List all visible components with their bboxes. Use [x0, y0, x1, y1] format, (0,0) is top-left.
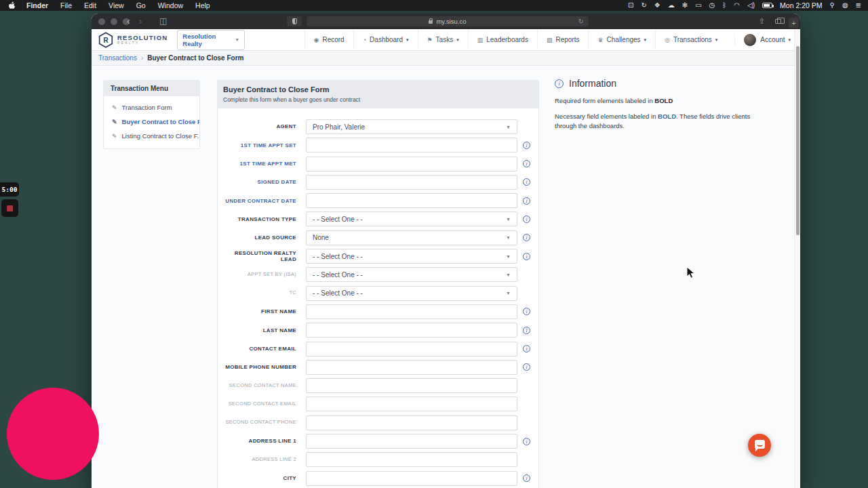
transaction-type-select[interactable]: - - Select One - -▼ — [306, 211, 517, 226]
nav-item-dashboard[interactable]: ◔Dashboard▾ — [353, 29, 418, 51]
address-line-2-input[interactable] — [306, 452, 517, 467]
info-panel-line1: Required form elements labeled in BOLD — [555, 96, 758, 106]
info-icon[interactable]: i — [523, 234, 530, 241]
transaction-menu-item[interactable]: ✎Buyer Contract to Close F... — [104, 115, 199, 129]
menu-bar-clock[interactable]: Mon 2:20 PM — [780, 1, 822, 9]
last-name-input[interactable] — [306, 323, 517, 338]
account-menu[interactable]: Account ▾ — [734, 34, 800, 46]
transaction-menu-item[interactable]: ✎Listing Contract to Close F... — [104, 129, 199, 143]
update-icon[interactable]: ↻ — [641, 0, 646, 11]
menu-bar-item-finder[interactable]: Finder — [20, 1, 54, 9]
second-contact-email-input[interactable] — [306, 396, 517, 411]
first-time-appt-set-input[interactable] — [306, 138, 517, 152]
back-button[interactable]: ‹ — [127, 14, 130, 29]
nav-item-leaderboards[interactable]: ▥Leaderboards — [468, 29, 537, 51]
address-bar[interactable]: my.sisu.co ↻ — [307, 16, 589, 26]
close-window-button[interactable] — [98, 18, 105, 25]
info-icon[interactable]: i — [523, 308, 530, 315]
settings-icon[interactable]: ✻ — [682, 0, 688, 11]
lead-source-select[interactable]: None▼ — [306, 230, 517, 245]
sidebar-toggle-icon[interactable]: ◫ — [159, 16, 167, 26]
info-icon[interactable]: i — [523, 253, 530, 260]
mobile-phone-number-input[interactable] — [306, 360, 517, 375]
wifi-icon[interactable]: ◠ — [734, 0, 740, 11]
nav-label: Dashboard — [370, 36, 403, 43]
info-icon[interactable]: i — [523, 327, 530, 334]
info-icon[interactable]: i — [523, 178, 530, 186]
team-selector[interactable]: Resolution Realty ▼ — [177, 30, 245, 50]
bold-dark-text: BOLD — [654, 97, 673, 104]
info-icon[interactable]: i — [523, 216, 530, 223]
share-icon[interactable]: ⇧ — [759, 17, 765, 26]
screen-mirroring-icon[interactable]: ⊡ — [628, 0, 633, 11]
nav-item-transactions[interactable]: ◎Transactions▾ — [655, 29, 726, 51]
forward-button[interactable]: › — [139, 14, 142, 29]
info-icon[interactable]: i — [523, 474, 530, 482]
info-icon[interactable]: i — [523, 197, 530, 205]
field-label-lead-source: LEAD SOURCE — [220, 235, 306, 241]
field-label-address-line-2: ADDRESS LINE 2 — [220, 457, 306, 463]
time-machine-icon[interactable]: ◷ — [709, 0, 715, 11]
agent-select[interactable]: Pro Phair, Valerie▼ — [306, 119, 517, 134]
info-icon[interactable]: i — [523, 345, 530, 352]
menu-bar-item-edit[interactable]: Edit — [78, 1, 102, 9]
information-panel: i Information Required form elements lab… — [555, 78, 758, 131]
under-contract-date-input[interactable] — [306, 193, 517, 208]
first-time-appt-met-input[interactable] — [306, 157, 517, 171]
nav-item-reports[interactable]: ▧Reports — [537, 29, 589, 51]
resolution-realty-logo[interactable]: R RESOLUTION REALTY — [98, 32, 167, 48]
info-panel-title: Information — [569, 78, 616, 89]
chat-launcher-button[interactable] — [748, 434, 771, 457]
reload-icon[interactable]: ↻ — [578, 16, 584, 26]
form-subtitle: Complete this form when a buyer goes und… — [223, 96, 533, 103]
spotlight-icon[interactable]: ⚲ — [830, 0, 835, 11]
menu-bar-item-window[interactable]: Window — [152, 1, 189, 9]
privacy-report-button[interactable] — [287, 16, 302, 26]
battery-charging-icon[interactable] — [762, 3, 772, 8]
minimize-window-button[interactable] — [111, 18, 117, 25]
tab-overview-icon[interactable] — [775, 19, 781, 24]
nav-item-challenges[interactable]: ♛Challenges▾ — [588, 29, 655, 51]
cloud-icon[interactable]: ☁ — [668, 0, 675, 11]
nav-item-record[interactable]: ◉Record — [304, 29, 353, 51]
city-input[interactable] — [306, 471, 517, 486]
dropbox-icon[interactable]: ❖ — [654, 0, 660, 11]
info-icon[interactable]: i — [523, 438, 530, 445]
second-contact-name-input[interactable] — [306, 378, 517, 393]
siri-icon[interactable]: ◍ — [842, 0, 848, 11]
menu-bar-item-go[interactable]: Go — [130, 1, 152, 9]
menu-bar-item-file[interactable]: File — [54, 1, 78, 9]
resolution-realty-lead-select[interactable]: - - Select One - -▼ — [306, 249, 517, 264]
menu-bar-item-view[interactable]: View — [102, 1, 130, 9]
webcam-bubble[interactable] — [7, 388, 99, 480]
signed-date-input[interactable] — [306, 175, 517, 190]
address-line-1-input[interactable] — [306, 434, 517, 449]
volume-icon[interactable]: ◁) — [747, 0, 755, 11]
page-scrollbar[interactable] — [794, 29, 800, 488]
appt-set-by-isa-select[interactable]: - - Select One - -▼ — [306, 267, 517, 282]
stop-recording-button[interactable] — [1, 199, 18, 217]
breadcrumb-separator: › — [141, 54, 143, 62]
nav-item-tasks[interactable]: ⚑Tasks▾ — [418, 29, 468, 51]
first-name-input[interactable] — [306, 304, 517, 319]
form-row: 1ST TIME APPT SETi — [220, 138, 533, 152]
scrollbar-thumb[interactable] — [796, 46, 800, 235]
chevron-down-icon: ▼ — [506, 254, 511, 259]
control-center-icon[interactable]: ≣ — [856, 0, 861, 11]
second-contact-phone-input[interactable] — [306, 415, 517, 430]
info-icon[interactable]: i — [523, 363, 530, 371]
transaction-menu-item[interactable]: ✎Transaction Form — [104, 100, 199, 115]
airplay-icon[interactable]: ▭ — [695, 0, 701, 11]
menu-bar-item-help[interactable]: Help — [189, 1, 216, 9]
contact-email-input[interactable] — [306, 342, 517, 357]
form-title: Buyer Contract to Close Form — [223, 85, 533, 94]
new-tab-button[interactable]: + — [789, 18, 799, 28]
field-label-last-name: LAST NAME — [220, 327, 306, 333]
breadcrumb-transactions-link[interactable]: Transactions — [98, 54, 137, 62]
field-label-resolution-realty-lead: RESOLUTION REALTY LEAD — [220, 250, 306, 262]
tc-select[interactable]: - - Select One - -▼ — [306, 286, 517, 301]
bluetooth-icon[interactable]: ᛒ — [722, 0, 726, 11]
apple-icon[interactable] — [7, 1, 20, 9]
info-icon[interactable]: i — [523, 160, 530, 167]
info-icon[interactable]: i — [523, 142, 530, 149]
